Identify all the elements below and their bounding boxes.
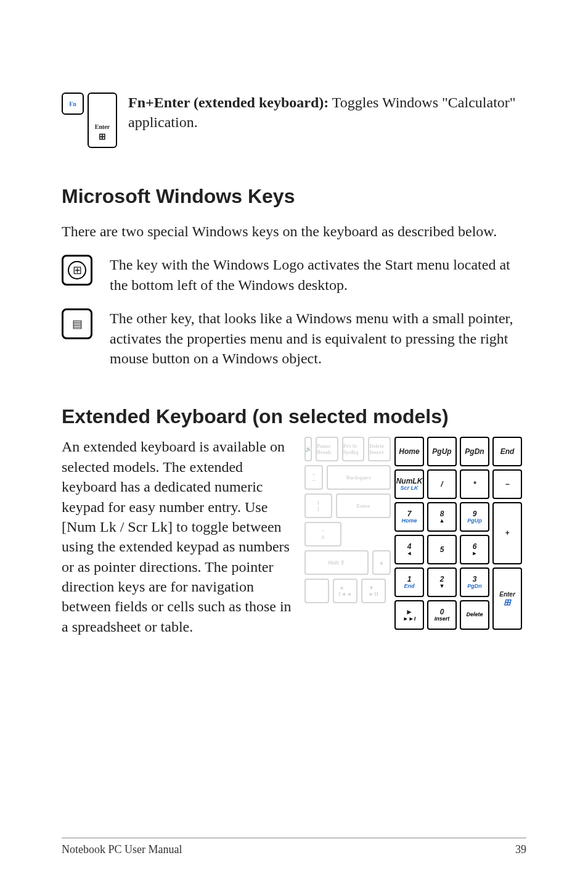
ghost-left-arrow-icon: ◄I◄◄ xyxy=(333,579,357,603)
footer-title: Notebook PC User Manual xyxy=(62,843,182,856)
minus-key: − xyxy=(492,469,522,499)
keypad-ghost-left: 🔊 Pause Break Prt Sc SysRq Delete Insert… xyxy=(304,437,391,603)
ghost-down-arrow-icon: ▼►II xyxy=(361,579,386,603)
enter-key-icon: Enter ⊞ xyxy=(88,93,117,148)
numlk-key: NumLKScr LK xyxy=(394,469,424,499)
keypad-0: 0Insert xyxy=(427,600,457,630)
ghost-delete-key: Delete Insert xyxy=(368,437,391,461)
pgdn-key: PgDn xyxy=(460,437,489,466)
mwk-row1-text: The key with the Windows Logo activates … xyxy=(110,255,526,295)
ghost-plus-key: += xyxy=(304,465,323,490)
ext-heading: Extended Keyboard (on selected models) xyxy=(62,405,526,428)
ghost-prtsc-key: Prt Sc SysRq xyxy=(342,437,365,461)
fn-key-icon: Fn xyxy=(62,93,84,115)
ghost-up-arrow-icon: ▲ xyxy=(372,550,391,575)
ghost-shift-key: Shift ⇧ xyxy=(304,550,369,575)
slash-key: / xyxy=(427,469,457,499)
enter-key-label: Enter xyxy=(95,123,110,130)
ghost-bracket-key: }] xyxy=(304,493,332,518)
fn-key-label: Fn xyxy=(69,101,76,107)
context-menu-icon: ▤ xyxy=(72,317,83,331)
menu-key-icon: ▤ xyxy=(62,308,92,339)
mwk-intro: There are two special Windows keys on th… xyxy=(62,221,526,241)
keypad-2: 2▼ xyxy=(427,567,457,597)
calculator-icon: ⊞ xyxy=(504,598,511,607)
end-key: End xyxy=(492,437,522,466)
mwk-heading: Microsoft Windows Keys xyxy=(62,185,526,208)
calculator-icon: ⊞ xyxy=(99,131,106,142)
keypad-play: ►►►I xyxy=(394,600,424,630)
windows-logo-key-icon: ⊞ xyxy=(62,255,92,286)
keypad-delete: Delete xyxy=(460,600,489,630)
page-number: 39 xyxy=(515,843,526,856)
ghost-pause-key: Pause Break xyxy=(316,437,338,461)
ext-paragraph: An extended keyboard is available on sel… xyxy=(62,437,292,637)
fn-enter-key-combo: Fn Enter ⊞ xyxy=(62,93,117,148)
ghost-backspace-key: Backspace xyxy=(327,465,391,490)
ghost-vol-icon: 🔊 xyxy=(304,437,312,461)
ghost-enter-key: Enter xyxy=(336,493,391,518)
numeric-keypad: Home PgUp PgDn End NumLKScr LK / * − 7Ho… xyxy=(394,437,522,630)
keypad-1: 1End xyxy=(394,567,424,597)
keypad-9: 9PgUp xyxy=(460,502,489,532)
home-key: Home xyxy=(394,437,424,466)
windows-logo-icon: ⊞ xyxy=(68,261,86,279)
keypad-3: 3PgDn xyxy=(460,567,489,597)
keypad-enter: Enter⊞ xyxy=(492,567,522,630)
keypad-8: 8▲ xyxy=(427,502,457,532)
ghost-tilde-key: ~# xyxy=(304,522,341,547)
keypad-7: 7Home xyxy=(394,502,424,532)
fn-enter-bold: Fn+Enter (extended keyboard): xyxy=(128,94,329,110)
fn-enter-description: Fn+Enter (extended keyboard): Toggles Wi… xyxy=(128,93,526,148)
keypad-diagram: 🔊 Pause Break Prt Sc SysRq Delete Insert… xyxy=(304,437,526,637)
keypad-6: 6► xyxy=(460,535,489,564)
pgup-key: PgUp xyxy=(427,437,457,466)
star-key: * xyxy=(460,469,489,499)
keypad-4: 4◄ xyxy=(394,535,424,564)
keypad-5: 5 xyxy=(427,535,457,564)
keypad-plus: + xyxy=(492,502,522,564)
mwk-row2-text: The other key, that looks like a Windows… xyxy=(110,308,526,368)
page-footer: Notebook PC User Manual 39 xyxy=(62,838,526,856)
